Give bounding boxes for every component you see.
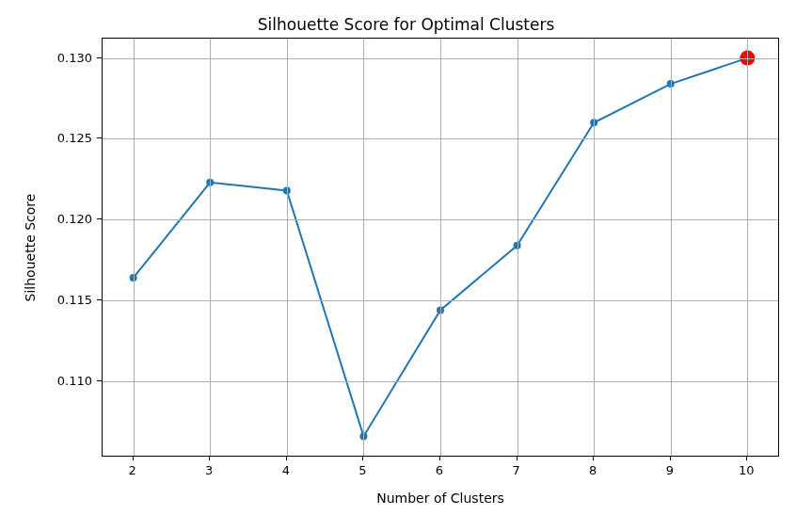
y-tick-mark: [97, 218, 102, 219]
x-tick-mark: [439, 456, 440, 460]
x-tick-mark: [517, 456, 517, 460]
x-tick-mark: [746, 456, 747, 460]
x-tick-label: 5: [358, 463, 366, 477]
x-tick-mark: [209, 456, 210, 460]
x-tick-mark: [670, 456, 671, 460]
x-tick-label: 9: [666, 463, 674, 477]
grid-vertical: [363, 39, 364, 456]
y-tick-label: 0.120: [36, 212, 92, 226]
grid-horizontal: [103, 58, 778, 59]
grid-vertical: [594, 39, 595, 456]
grid-horizontal: [103, 300, 778, 301]
y-tick-mark: [97, 380, 102, 381]
y-tick-label: 0.125: [36, 131, 92, 145]
grid-vertical: [134, 39, 135, 456]
x-tick-mark: [593, 456, 594, 460]
grid-vertical: [747, 39, 748, 456]
grid-horizontal: [103, 138, 778, 139]
x-tick-mark: [362, 456, 363, 460]
grid-vertical: [210, 39, 211, 456]
x-tick-label: 10: [739, 463, 755, 477]
figure: Silhouette Score for Optimal Clusters Si…: [0, 0, 812, 515]
x-tick-label: 8: [589, 463, 597, 477]
y-tick-mark: [97, 57, 102, 58]
x-tick-label: 3: [205, 463, 213, 477]
chart-title: Silhouette Score for Optimal Clusters: [0, 15, 812, 34]
y-tick-mark: [97, 137, 102, 138]
x-tick-label: 4: [282, 463, 290, 477]
grid-horizontal: [103, 219, 778, 220]
x-tick-mark: [133, 456, 134, 460]
grid-horizontal: [103, 381, 778, 382]
grid-vertical: [671, 39, 672, 456]
grid-vertical: [440, 39, 441, 456]
grid-vertical: [287, 39, 288, 456]
y-tick-label: 0.115: [36, 293, 92, 307]
y-axis-label: Silhouette Score: [23, 193, 38, 301]
x-tick-label: 7: [512, 463, 519, 477]
y-tick-mark: [97, 299, 102, 300]
x-tick-label: 2: [128, 463, 135, 477]
y-axis-label-container: Silhouette Score: [21, 38, 40, 457]
y-tick-label: 0.130: [36, 50, 92, 64]
y-tick-label: 0.110: [36, 374, 92, 388]
x-tick-label: 6: [436, 463, 443, 477]
x-axis-label: Number of Clusters: [102, 491, 779, 506]
grid-vertical: [517, 39, 518, 456]
plot-area: [102, 38, 779, 457]
x-tick-mark: [286, 456, 287, 460]
